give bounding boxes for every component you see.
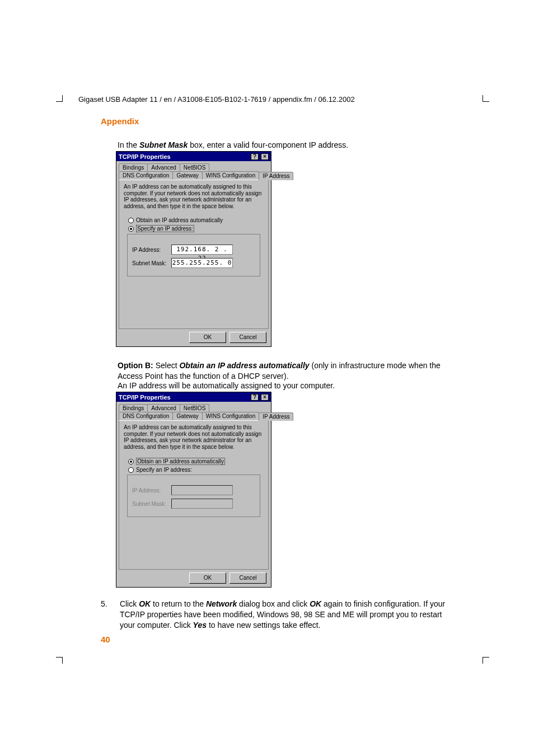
option-b-text: Option B: Select Obtain an IP address au… [118, 360, 465, 382]
crop-mark-icon [483, 95, 489, 102]
text: In the [118, 140, 139, 149]
tab-gateway[interactable]: Gateway [172, 171, 202, 180]
cancel-button[interactable]: Cancel [229, 572, 266, 584]
radio-obtain-auto[interactable]: Obtain an IP address automatically [128, 458, 264, 465]
close-icon[interactable]: × [261, 394, 269, 401]
panel-description: An IP address can be automatically assig… [124, 424, 264, 450]
radio-label: Specify an IP address: [136, 467, 192, 473]
crop-mark-icon [56, 95, 63, 102]
radio-icon [128, 467, 134, 473]
ip-address-input [171, 485, 233, 495]
tab-dns[interactable]: DNS Configuration [119, 171, 173, 180]
crop-mark-icon [483, 657, 489, 664]
tab-bindings[interactable]: Bindings [119, 404, 148, 412]
close-icon[interactable]: × [261, 153, 269, 160]
tab-row-1: Bindings Advanced NetBIOS [116, 161, 271, 171]
subnet-mask-input [171, 499, 233, 509]
subnet-mask-label: Subnet Mask: [132, 501, 171, 507]
dialog-title: TCP/IP Properties [119, 394, 171, 401]
radio-label: Obtain an IP address automatically [136, 217, 223, 223]
text: to have new settings take effect. [207, 621, 321, 630]
ip-address-panel: An IP address can be automatically assig… [119, 180, 269, 329]
tab-row-2: DNS Configuration Gateway WINS Configura… [116, 412, 271, 420]
help-icon[interactable]: ? [251, 153, 259, 160]
dialog-title: TCP/IP Properties [119, 153, 171, 160]
ip-address-input[interactable]: 192.168. 2 . 22 [171, 245, 233, 255]
subnet-mask-label: Subnet Mask: [132, 260, 171, 266]
ip-field-group: IP Address: Subnet Mask: [127, 475, 260, 517]
ok-term: OK [139, 599, 151, 608]
cancel-button[interactable]: Cancel [229, 332, 266, 343]
tcpip-dialog-specify: TCP/IP Properties ? × Bindings Advanced … [116, 151, 271, 347]
radio-label: Obtain an IP address automatically [136, 458, 225, 465]
network-term: Network [206, 599, 237, 608]
ip-address-label: IP Address: [132, 487, 171, 494]
tab-advanced[interactable]: Advanced [147, 404, 180, 412]
tcpip-dialog-auto: TCP/IP Properties ? × Bindings Advanced … [116, 392, 271, 588]
tab-row-1: Bindings Advanced NetBIOS [116, 402, 271, 412]
ok-button[interactable]: OK [189, 572, 226, 584]
text: to return to the [151, 599, 206, 608]
ip-address-label: IP Address: [132, 247, 171, 253]
panel-description: An IP address can be automatically assig… [124, 184, 264, 209]
tab-wins[interactable]: WINS Configuration [202, 171, 259, 180]
help-icon[interactable]: ? [251, 394, 259, 401]
radio-icon [128, 218, 134, 223]
auto-assign-text: An IP address will be automatically assi… [118, 381, 465, 391]
option-b-label: Option B: [118, 361, 153, 370]
text: box, enter a valid four-component IP add… [188, 140, 348, 149]
radio-icon [128, 459, 134, 464]
tab-row-2: DNS Configuration Gateway WINS Configura… [116, 171, 271, 180]
ip-address-panel: An IP address can be automatically assig… [119, 420, 269, 570]
radio-specify-ip[interactable]: Specify an IP address: [128, 467, 264, 473]
text: Select [153, 361, 180, 370]
step-5: 5. Click OK to return to the Network dia… [101, 599, 465, 631]
ip-field-group: IP Address: 192.168. 2 . 22 Subnet Mask:… [127, 234, 260, 276]
crop-mark-icon [56, 657, 63, 664]
tab-dns[interactable]: DNS Configuration [119, 412, 173, 420]
subnet-mask-term: Subnet Mask [139, 140, 188, 149]
radio-specify-ip[interactable]: Specify an IP address: [128, 225, 264, 232]
tab-netbios[interactable]: NetBIOS [180, 163, 209, 171]
text: dialog box and click [237, 599, 310, 608]
section-title: Appendix [101, 116, 139, 126]
subnet-mask-input[interactable]: 255.255.255. 0 [171, 258, 233, 268]
tab-netbios[interactable]: NetBIOS [180, 404, 209, 412]
radio-label: Specify an IP address: [136, 225, 194, 232]
ok-button[interactable]: OK [189, 332, 226, 343]
tab-bindings[interactable]: Bindings [119, 163, 148, 171]
obtain-auto-term: Obtain an IP address automatically [179, 361, 309, 370]
tab-gateway[interactable]: Gateway [172, 412, 202, 420]
radio-obtain-auto[interactable]: Obtain an IP address automatically [128, 217, 264, 223]
tab-ip-address[interactable]: IP Address [259, 412, 293, 421]
text: Click [120, 599, 139, 608]
dialog-titlebar: TCP/IP Properties ? × [116, 152, 271, 161]
ok-term: OK [310, 599, 321, 608]
page-number: 40 [101, 635, 110, 644]
yes-term: Yes [193, 621, 207, 630]
tab-wins[interactable]: WINS Configuration [202, 412, 259, 420]
intro-text: In the Subnet Mask box, enter a valid fo… [118, 140, 465, 151]
tab-ip-address[interactable]: IP Address [259, 172, 293, 180]
tab-advanced[interactable]: Advanced [147, 163, 180, 171]
radio-icon [128, 226, 134, 232]
document-path: Gigaset USB Adapter 11 / en / A31008-E10… [78, 95, 355, 104]
step-number: 5. [101, 599, 118, 609]
dialog-titlebar: TCP/IP Properties ? × [116, 392, 271, 402]
